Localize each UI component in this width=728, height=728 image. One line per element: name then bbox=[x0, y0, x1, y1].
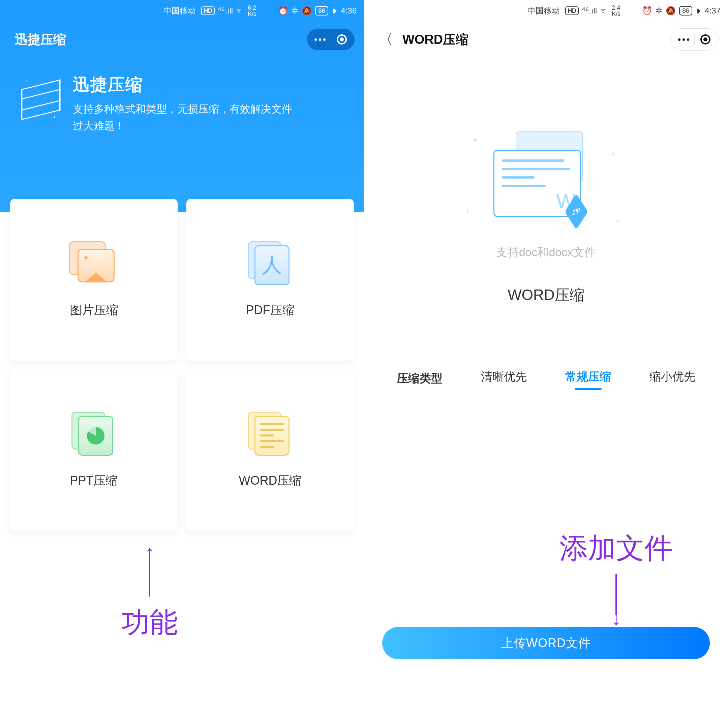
signal-icon: ⁴⁶.ıll bbox=[582, 6, 597, 15]
screen-home: 中国移动 HD ⁴⁶.ıll ᯤ 6.2K/s ⏰ ✲ 🔕 86 4:36 迅捷… bbox=[0, 0, 364, 728]
card-label: PDF压缩 bbox=[246, 302, 295, 318]
power-save-icon bbox=[332, 6, 337, 15]
support-text: 支持doc和docx文件 bbox=[364, 245, 728, 260]
card-pdf-compress[interactable]: PDF压缩 bbox=[187, 199, 354, 361]
battery-level: 86 bbox=[679, 6, 692, 15]
arrow-down-icon: ↓ bbox=[611, 608, 621, 628]
doc-illustration: ✦✧ ++ W ZIP bbox=[479, 132, 613, 232]
signal-icon: ⁴⁶.ıll bbox=[218, 6, 233, 15]
annotation-label: 添加文件 bbox=[560, 529, 673, 567]
hero-subtitle: 支持多种格式和类型，无损压缩，有效解决文件过大难题！ bbox=[73, 101, 302, 134]
bluetooth-icon: ✲ bbox=[292, 6, 298, 15]
wifi-icon: ᯤ bbox=[600, 6, 608, 15]
upload-word-button[interactable]: 上传WORD文件 bbox=[382, 627, 710, 659]
power-save-icon bbox=[696, 6, 701, 15]
card-label: PPT压缩 bbox=[70, 473, 118, 489]
feature-grid: 图片压缩 PDF压缩 PPT压缩 WORD压缩 bbox=[10, 199, 354, 531]
net-speed: 2.4K/s bbox=[612, 5, 621, 17]
card-label: WORD压缩 bbox=[239, 473, 302, 489]
page-title: WORD压缩 bbox=[402, 31, 664, 48]
status-bar: 中国移动 HD ⁴⁶.ıll ᯤ 6.2K/s ⏰ ✲ 🔕 86 4:36 bbox=[0, 0, 364, 21]
annotation-add-file: 添加文件 ↓ bbox=[560, 529, 673, 628]
image-icon bbox=[69, 241, 119, 285]
miniprogram-capsule bbox=[670, 28, 719, 50]
word-icon bbox=[245, 412, 295, 456]
card-image-compress[interactable]: 图片压缩 bbox=[10, 199, 177, 361]
mute-icon: 🔕 bbox=[666, 6, 676, 15]
clock: 4:36 bbox=[341, 6, 356, 15]
title-bar: 迅捷压缩 bbox=[0, 21, 364, 57]
alarm-icon: ⏰ bbox=[278, 6, 288, 15]
wifi-icon: ᯤ bbox=[236, 6, 244, 15]
mute-icon: 🔕 bbox=[302, 6, 312, 15]
close-miniprogram-button[interactable] bbox=[331, 31, 353, 48]
hd-badge: HD bbox=[565, 6, 579, 15]
compress-type-label: 压缩类型 bbox=[397, 371, 442, 386]
card-word-compress[interactable]: WORD压缩 bbox=[187, 369, 354, 531]
close-miniprogram-button[interactable] bbox=[694, 31, 716, 48]
header-gradient: 中国移动 HD ⁴⁶.ıll ᯤ 6.2K/s ⏰ ✲ 🔕 86 4:36 迅捷… bbox=[0, 0, 364, 212]
opt-smallest-first[interactable]: 缩小优先 bbox=[650, 369, 695, 388]
screen-word-compress: 中国移动 HD ⁴⁶.ıll ᯤ 2.4K/s ⏰ ✲ 🔕 86 4:37 〈 … bbox=[364, 0, 728, 728]
ppt-icon bbox=[69, 412, 119, 456]
carrier: 中国移动 bbox=[164, 5, 196, 16]
app-title: 迅捷压缩 bbox=[15, 31, 300, 48]
hero-title: 迅捷压缩 bbox=[73, 73, 302, 96]
hero: → ← 迅捷压缩 支持多种格式和类型，无损压缩，有效解决文件过大难题！ bbox=[0, 57, 364, 212]
card-label: 图片压缩 bbox=[70, 302, 118, 318]
alarm-icon: ⏰ bbox=[642, 6, 652, 15]
more-button[interactable] bbox=[309, 31, 330, 48]
title-bar: 〈 WORD压缩 bbox=[364, 21, 728, 57]
section-title: WORD压缩 bbox=[364, 285, 728, 305]
status-bar: 中国移动 HD ⁴⁶.ıll ᯤ 2.4K/s ⏰ ✲ 🔕 86 4:37 bbox=[364, 0, 728, 21]
miniprogram-capsule bbox=[307, 29, 355, 50]
battery-level: 86 bbox=[315, 6, 328, 15]
net-speed: 6.2K/s bbox=[248, 5, 257, 17]
compress-type-row: 压缩类型 清晰优先 常规压缩 缩小优先 bbox=[364, 369, 728, 388]
opt-normal-compress[interactable]: 常规压缩 bbox=[565, 369, 611, 388]
hd-badge: HD bbox=[201, 6, 215, 15]
annotation-function: ↑ 功能 bbox=[121, 543, 178, 642]
bluetooth-icon: ✲ bbox=[656, 6, 662, 15]
clock: 4:37 bbox=[705, 6, 720, 15]
more-button[interactable] bbox=[673, 31, 694, 48]
pdf-icon bbox=[245, 241, 295, 285]
back-button[interactable]: 〈 bbox=[379, 30, 393, 49]
annotation-label: 功能 bbox=[121, 603, 178, 642]
opt-clarity-first[interactable]: 清晰优先 bbox=[481, 369, 527, 388]
card-ppt-compress[interactable]: PPT压缩 bbox=[10, 369, 177, 531]
carrier: 中国移动 bbox=[528, 5, 560, 16]
hero-layers-icon: → ← bbox=[19, 77, 63, 121]
